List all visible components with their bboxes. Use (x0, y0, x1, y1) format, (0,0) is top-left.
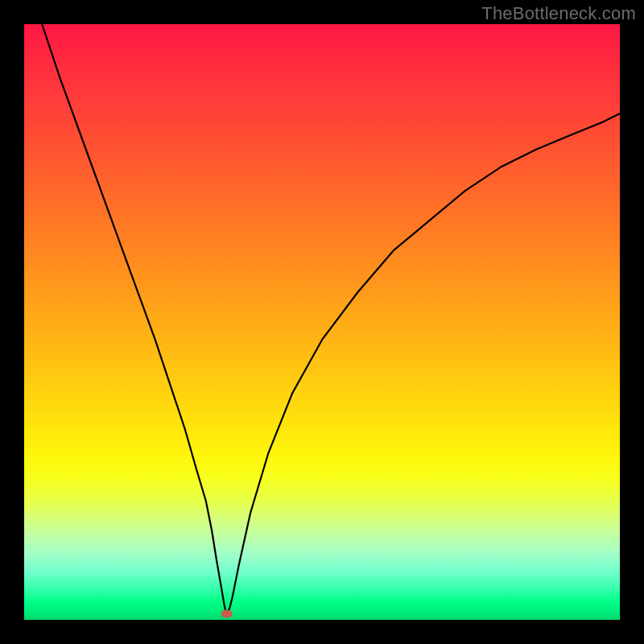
chart-frame: TheBottleneck.com (0, 0, 644, 644)
plot-area (24, 24, 620, 620)
curve-layer (24, 24, 620, 620)
bottleneck-curve-path (42, 24, 620, 614)
optimal-point-marker (221, 610, 233, 618)
source-attribution: TheBottleneck.com (481, 3, 636, 24)
